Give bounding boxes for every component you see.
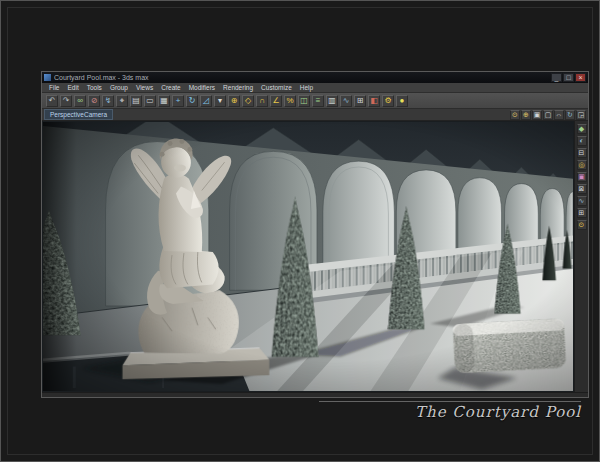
redo-icon[interactable]: ↷	[60, 95, 72, 107]
select-link-icon[interactable]: ∞	[74, 95, 86, 107]
zoom-extents-all-icon[interactable]: ▢	[543, 110, 553, 120]
curve-editor-icon[interactable]: ∿	[340, 95, 352, 107]
motion-tab-icon[interactable]: ◎	[577, 160, 587, 170]
schematic-icon[interactable]: ⊞	[577, 208, 587, 218]
viewport-nav-icons: ⊙⊕▣▢⇔↻◲	[509, 110, 586, 120]
side-toolbar: ◆◐⊟◎▣⊠∿⊞⊙	[574, 121, 588, 392]
select-rotate-icon[interactable]: ↻	[186, 95, 198, 107]
select-by-name-icon[interactable]: ▤	[130, 95, 142, 107]
viewport-render[interactable]	[43, 122, 573, 391]
bind-spacewarp-icon[interactable]: ↯	[102, 95, 114, 107]
selection-region-icon[interactable]: ▭	[144, 95, 156, 107]
material-editor-icon[interactable]: ◧	[368, 95, 380, 107]
lighting-overlays	[43, 122, 573, 391]
window-crossing-icon[interactable]: ▦	[158, 95, 170, 107]
menu-edit[interactable]: Edit	[63, 83, 82, 92]
layer-manager-icon[interactable]: ▥	[326, 95, 338, 107]
lock-selection-icon[interactable]: ⊙	[577, 220, 587, 230]
select-manipulate-icon[interactable]: ◇	[242, 95, 254, 107]
menu-group[interactable]: Group	[106, 83, 132, 92]
caption-divider	[319, 401, 581, 402]
menu-customize[interactable]: Customize	[257, 83, 296, 92]
percent-snap-icon[interactable]: %	[284, 95, 296, 107]
use-pivot-icon[interactable]: ⊕	[228, 95, 240, 107]
select-move-icon[interactable]: +	[172, 95, 184, 107]
align-icon[interactable]: ≡	[312, 95, 324, 107]
window-controls: _ □ ×	[551, 73, 586, 82]
display-tab-icon[interactable]: ▣	[577, 172, 587, 182]
close-button[interactable]: ×	[575, 73, 586, 82]
minimize-button[interactable]: _	[551, 73, 562, 82]
viewport-bar: PerspectiveCamera ⊙⊕▣▢⇔↻◲	[42, 109, 588, 121]
app-icon	[44, 74, 51, 81]
presentation-frame: Courtyard Pool.max - 3ds max _ □ × FileE…	[0, 0, 600, 462]
titlebar[interactable]: Courtyard Pool.max - 3ds max _ □ ×	[42, 72, 588, 83]
hierarchy-tab-icon[interactable]: ⊟	[577, 148, 587, 158]
menu-tools[interactable]: Tools	[83, 83, 106, 92]
menubar: FileEditToolsGroupViewsCreateModifiersRe…	[42, 83, 588, 93]
restore-button[interactable]: □	[563, 73, 574, 82]
zoom-all-icon[interactable]: ⊕	[521, 110, 531, 120]
unlink-icon[interactable]: ⊘	[88, 95, 100, 107]
create-tab-icon[interactable]: ◆	[577, 124, 587, 134]
select-scale-icon[interactable]: ◿	[200, 95, 212, 107]
schematic-view-icon[interactable]: ⊞	[354, 95, 366, 107]
window-title: Courtyard Pool.max - 3ds max	[54, 72, 551, 83]
track-view-icon[interactable]: ∿	[577, 196, 587, 206]
menu-rendering[interactable]: Rendering	[219, 83, 257, 92]
menu-help[interactable]: Help	[296, 83, 317, 92]
app-window: Courtyard Pool.max - 3ds max _ □ × FileE…	[41, 71, 589, 398]
utilities-tab-icon[interactable]: ⊠	[577, 184, 587, 194]
modify-tab-icon[interactable]: ◐	[577, 136, 587, 146]
viewport-label-tab[interactable]: PerspectiveCamera	[44, 109, 113, 120]
render-setup-icon[interactable]: ⚙	[382, 95, 394, 107]
ref-coordinate-icon[interactable]: ▾	[214, 95, 226, 107]
caption-text: The Courtyard Pool	[319, 403, 581, 421]
main-toolbar: ↶↷∞⊘↯⌖▤▭▦+↻◿▾⊕◇∩∠%◫≡▥∿⊞◧⚙●	[42, 93, 588, 109]
caption-block: The Courtyard Pool	[319, 401, 581, 421]
maximize-viewport-icon[interactable]: ◲	[576, 110, 586, 120]
menu-create[interactable]: Create	[157, 83, 185, 92]
viewport[interactable]	[42, 121, 574, 392]
menu-file[interactable]: File	[45, 83, 63, 92]
main-area: ◆◐⊟◎▣⊠∿⊞⊙	[42, 121, 588, 392]
zoom-extents-icon[interactable]: ▣	[532, 110, 542, 120]
mirror-icon[interactable]: ◫	[298, 95, 310, 107]
select-object-icon[interactable]: ⌖	[116, 95, 128, 107]
arc-rotate-icon[interactable]: ↻	[565, 110, 575, 120]
quick-render-icon[interactable]: ●	[396, 95, 408, 107]
undo-icon[interactable]: ↶	[46, 95, 58, 107]
pan-icon[interactable]: ⇔	[554, 110, 564, 120]
menu-modifiers[interactable]: Modifiers	[185, 83, 219, 92]
angle-snap-icon[interactable]: ∠	[270, 95, 282, 107]
menu-views[interactable]: Views	[132, 83, 157, 92]
zoom-icon[interactable]: ⊙	[510, 110, 520, 120]
snap-toggle-icon[interactable]: ∩	[256, 95, 268, 107]
status-bar	[42, 392, 588, 397]
